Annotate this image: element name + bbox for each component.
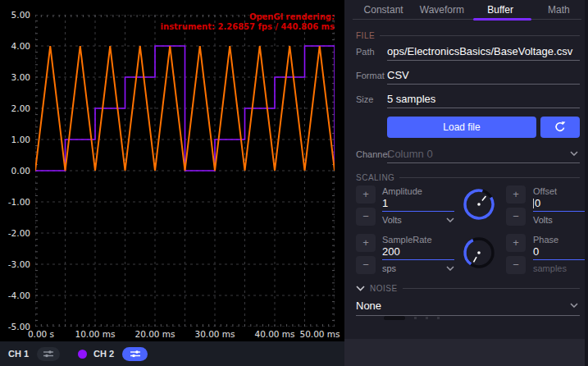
noise-section-header[interactable]: NOISE — [356, 284, 580, 293]
amplitude-unit-dropdown[interactable]: Volts — [382, 215, 454, 225]
samplerate-knob[interactable] — [461, 235, 499, 274]
samplerate-value-input[interactable]: 200 — [382, 245, 454, 260]
active-tab-indicator — [473, 18, 531, 21]
chevron-down-icon — [356, 286, 365, 291]
ch1-label: CH 1 — [8, 349, 29, 359]
channel-row: Channel Column 0 — [356, 148, 580, 163]
amplitude-unit: Volts — [382, 215, 402, 225]
opengl-line2: instrument: 2.26857 fps / 440.806 ms — [161, 22, 335, 32]
y-tick-label: 0.00 — [0, 166, 30, 176]
tab-waveform[interactable]: Waveform — [413, 4, 471, 16]
offset-unit-dropdown[interactable]: Volts — [533, 215, 588, 225]
section-divider — [403, 288, 580, 289]
samplerate-increment-button[interactable]: + — [356, 234, 376, 252]
amplitude-value-input[interactable]: 1 — [382, 197, 454, 212]
size-label: Size — [356, 94, 387, 108]
channel-value: Column 0 — [387, 148, 433, 160]
section-divider — [380, 35, 580, 36]
chevron-down-icon — [446, 217, 454, 222]
oscilloscope-plot: OpenGl rendering: instrument: 2.26857 fp… — [0, 0, 344, 341]
x-tick-label: 0.00 s — [28, 329, 54, 339]
signal-generator-window: OpenGl rendering: instrument: 2.26857 fp… — [0, 0, 588, 366]
amplitude-increment-button[interactable]: + — [356, 185, 376, 204]
offset-decrement-button[interactable]: − — [506, 208, 526, 226]
tab-constant[interactable]: Constant — [354, 4, 413, 16]
channel-dropdown[interactable]: Column 0 — [387, 148, 580, 163]
refresh-button[interactable] — [540, 117, 580, 138]
phase-value-input[interactable]: 0 — [533, 245, 588, 260]
opengl-overlay-text: OpenGl rendering: instrument: 2.26857 fp… — [161, 12, 335, 32]
phase-field: Phase 0 samples — [533, 235, 588, 273]
noise-section-label: NOISE — [370, 284, 398, 293]
x-tick-label: 40.00 ms — [254, 329, 294, 339]
samplerate-decrement-button[interactable]: − — [356, 256, 376, 274]
ch2-label: CH 2 — [93, 349, 114, 359]
format-value[interactable]: CSV — [387, 69, 580, 85]
amplitude-stepper: + − — [356, 185, 376, 226]
size-row: Size 5 samples — [356, 93, 580, 108]
phase-decrement-button[interactable]: − — [506, 256, 526, 274]
offset-increment-button[interactable]: + — [506, 185, 526, 204]
chevron-down-icon — [570, 298, 578, 310]
offset-value: 0 — [535, 197, 540, 209]
scaling-section-header: SCALING — [356, 173, 580, 182]
phase-label: Phase — [533, 235, 588, 245]
load-file-button[interactable]: Load file — [387, 117, 536, 138]
opengl-line1: OpenGl rendering: — [161, 12, 335, 22]
channel-bar: CH 1 CH 2 — [0, 341, 344, 366]
ch2-settings-toggle[interactable] — [122, 347, 148, 361]
ghost-indicator — [384, 316, 440, 320]
ch2-color-dot — [78, 350, 87, 359]
path-label: Path — [356, 47, 387, 61]
amplitude-knob[interactable] — [461, 186, 499, 226]
amplitude-decrement-button[interactable]: − — [356, 208, 376, 226]
amplitude-field: Amplitude 1 Volts — [382, 186, 454, 225]
samplerate-stepper: + − — [356, 234, 376, 274]
text-caret — [533, 199, 534, 208]
offset-label: Offset — [533, 186, 588, 196]
path-input[interactable]: ops/ElectronicsBasics/BaseVoltage.csv — [387, 45, 580, 61]
x-tick-label: 50.00 ms — [299, 329, 340, 339]
samplerate-field: SampleRate 200 sps — [382, 235, 454, 273]
ch1-settings-toggle[interactable] — [37, 347, 60, 361]
format-label: Format — [356, 71, 387, 85]
y-tick-label: 2.00 — [0, 103, 30, 113]
y-tick-label: 4.00 — [0, 41, 30, 51]
file-section-header: FILE — [356, 31, 580, 40]
y-tick-label: -4.00 — [0, 291, 30, 300]
samplerate-label: SampleRate — [382, 235, 454, 245]
phase-unit-label: samples — [533, 263, 567, 273]
noise-type-dropdown[interactable]: None — [356, 300, 580, 316]
channel-label: Channel — [356, 149, 387, 163]
samplerate-unit-dropdown[interactable]: sps — [382, 263, 454, 273]
sliders-icon — [43, 350, 54, 358]
tab-bar: Constant Waveform Buffer Math — [344, 0, 588, 20]
phase-increment-button[interactable]: + — [506, 234, 526, 252]
scaling-section-label: SCALING — [356, 173, 394, 182]
y-tick-label: -1.00 — [0, 197, 30, 207]
load-row: Load file — [387, 117, 580, 138]
size-value[interactable]: 5 samples — [387, 93, 580, 108]
refresh-icon — [554, 121, 567, 134]
offset-value-input[interactable]: 0 — [533, 197, 588, 212]
samplerate-unit: sps — [382, 263, 396, 273]
y-tick-label: 1.00 — [0, 135, 30, 144]
x-tick-label: 30.00 ms — [194, 329, 235, 339]
noise-type-value: None — [356, 300, 381, 312]
tab-math[interactable]: Math — [530, 4, 588, 16]
format-row: Format CSV — [356, 69, 580, 85]
plot-canvas[interactable] — [35, 15, 335, 327]
chevron-down-icon — [446, 266, 454, 271]
panel-bottom-strip — [344, 339, 588, 366]
offset-stepper: + − — [505, 185, 526, 226]
y-tick-label: -5.00 — [0, 322, 30, 332]
sliders-icon — [130, 350, 141, 358]
tab-buffer[interactable]: Buffer — [472, 4, 530, 16]
y-tick-label: 3.00 — [0, 72, 30, 82]
y-tick-label: 5.00 — [0, 10, 30, 20]
scaling-controls: + − Amplitude 1 Volts — [356, 185, 580, 274]
panel-scrollbar[interactable] — [585, 0, 588, 366]
path-row: Path ops/ElectronicsBasics/BaseVoltage.c… — [356, 45, 580, 61]
x-tick-label: 10.00 ms — [75, 329, 115, 339]
chevron-down-icon — [570, 148, 578, 158]
